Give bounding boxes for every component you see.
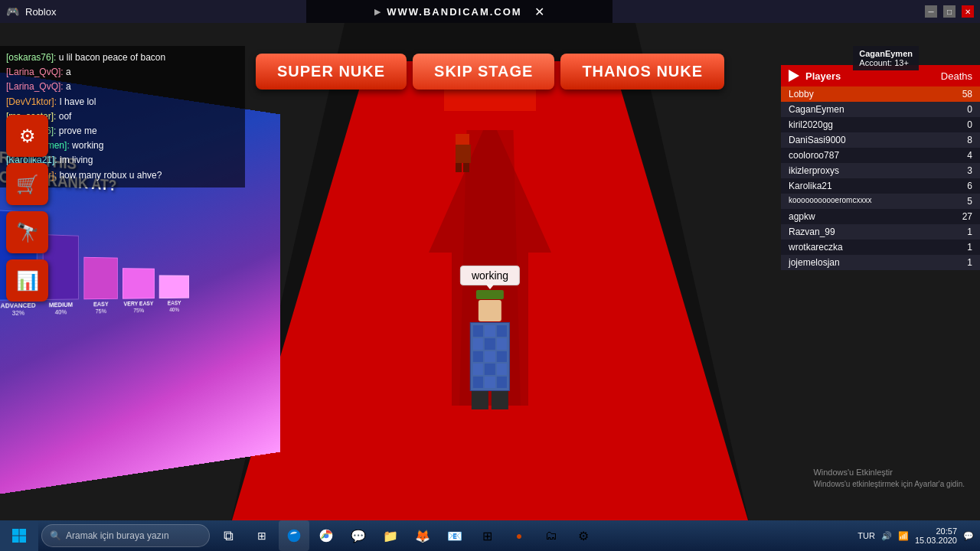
player-character: working — [460, 266, 520, 409]
brick-4 — [473, 338, 483, 350]
player-row-caganeymen: CaganEymen 0 — [781, 102, 980, 117]
binoculars-icon-btn[interactable]: 🔭 — [6, 211, 48, 253]
brick-9 — [497, 351, 507, 363]
taskbar-app-icons: ⊞ 💬 📁 🦊 📧 ⊞ ● 🗂 ⚙ — [247, 520, 599, 551]
caganeymen-header: CaganEymen Account: 13+ — [853, 46, 919, 70]
game-area: OBBY RATE THIS OBBY RANK AT? — [0, 23, 980, 528]
skype-icon[interactable]: 💬 — [343, 520, 374, 551]
player-head — [479, 300, 501, 321]
chart-icon-btn[interactable]: 📊 — [6, 259, 48, 302]
player-row-kooo: kooooooooooeromcxxxx 5 — [781, 194, 980, 209]
lobby-row: Lobby 58 — [781, 86, 980, 102]
rank-bar-easiest-label: EASY — [168, 299, 181, 306]
rank-bar-easy-label: EASY — [93, 301, 109, 308]
player-row-jojemelos: jojemelosjan 1 — [781, 255, 980, 270]
enemy-body — [456, 145, 471, 163]
edge-browser-icon — [286, 528, 302, 543]
start-button[interactable] — [0, 520, 38, 551]
enemy-character — [456, 134, 471, 172]
super-nuke-button[interactable]: SUPER NUKE — [256, 54, 407, 90]
player-row-wrotka: wrotkareczka 1 — [781, 240, 980, 255]
rank-bar-easiest: EASY 40% — [159, 275, 189, 313]
rank-bar-medium-label: MEDIUM — [49, 301, 73, 308]
brick-2 — [485, 325, 495, 337]
svg-rect-11 — [20, 536, 27, 543]
minimize-button[interactable]: ─ — [925, 5, 937, 18]
notification-icon[interactable]: 💬 — [963, 531, 974, 541]
skip-stage-button[interactable]: SKIP STAGE — [413, 54, 554, 90]
window-controls: ─ □ ✕ — [925, 5, 974, 18]
player-row-danisasi: DaniSasi9000 8 — [781, 132, 980, 148]
player-row-karolika: Karolika21 6 — [781, 178, 980, 194]
enemy-leg-right — [463, 163, 469, 172]
folder-icon[interactable]: 📁 — [375, 520, 406, 551]
brick-13 — [473, 377, 483, 388]
svg-rect-10 — [12, 536, 19, 543]
brick-3 — [497, 325, 507, 337]
windows-logo-icon — [11, 528, 27, 543]
files-icon[interactable]: 🗂 — [536, 520, 567, 551]
language-indicator: TUR — [858, 531, 875, 540]
thanos-nuke-button[interactable]: THANOS NUKE — [560, 54, 724, 90]
gmail-icon[interactable]: 📧 — [439, 520, 470, 551]
taskbar-clock[interactable]: 20:57 15.03.2020 — [915, 527, 957, 545]
chrome-icon[interactable] — [311, 520, 341, 551]
rank-bar-advanced-pct: 32% — [12, 309, 24, 317]
brick-11 — [485, 364, 495, 375]
player-speech-text: working — [472, 269, 508, 282]
caganeymen-name: CaganEymen — [859, 49, 913, 58]
taskbar-search[interactable]: 🔍 Aramak için buraya yazın — [41, 524, 210, 547]
apps-icon[interactable]: ⊞ — [472, 520, 502, 551]
brick-15 — [497, 377, 507, 388]
rank-bar-advanced-label: ADVANCED — [1, 302, 36, 309]
play-icon — [789, 70, 799, 82]
rank-bar-easiest-pct: 40% — [169, 306, 179, 313]
cart-icon-btn[interactable]: 🛒 — [6, 163, 48, 205]
close-button[interactable]: ✕ — [962, 5, 974, 18]
windows-activate-watermark: Windows'u Etkinleştir Windows'u etkinleş… — [813, 466, 965, 491]
task-view-button[interactable]: ⧉ — [213, 520, 243, 551]
search-icon: 🔍 — [50, 530, 61, 541]
deaths-label: Deaths — [941, 70, 972, 82]
system-tray: TUR 🔊 📶 20:57 15.03.2020 💬 — [858, 527, 980, 545]
obs-icon[interactable]: ● — [504, 520, 534, 551]
chat-line-2: [Larina_QvQ]: a — [6, 65, 239, 80]
player-panel: Players Deaths Lobby 58 CaganEymen 0 kir… — [781, 65, 980, 270]
player-leg-left — [472, 391, 488, 409]
player-row-razvan: Razvan_99 1 — [781, 224, 980, 240]
clock-time: 20:57 — [915, 527, 957, 536]
brick-12 — [497, 364, 507, 375]
settings-icon-btn[interactable]: ⚙ — [6, 115, 48, 157]
network-icon[interactable]: 📶 — [898, 531, 909, 541]
win-activate-line1: Windows'u Etkinleştir — [813, 466, 965, 479]
bandicam-close-icon[interactable]: ✕ — [534, 5, 544, 19]
players-label: Players — [805, 70, 935, 82]
enemy-head — [456, 134, 469, 145]
rank-bar-easy-pct: 75% — [96, 308, 107, 315]
maximize-button[interactable]: □ — [943, 5, 956, 18]
volume-icon[interactable]: 🔊 — [881, 531, 892, 541]
player-row-cooloroo: cooloroo787 4 — [781, 148, 980, 163]
enemy-legs — [456, 163, 471, 172]
rank-bar-very-easy-label: VERY EASY — [124, 300, 154, 307]
app-title: Roblox — [25, 6, 56, 18]
chrome-browser-icon — [318, 528, 334, 543]
brick-1 — [473, 325, 483, 337]
title-bar: 🎮 Roblox — [6, 5, 56, 18]
bandicam-url: WWW.BANDICAM.COM — [387, 6, 521, 18]
edge-icon[interactable] — [279, 520, 309, 551]
taskview-icon[interactable]: ⊞ — [247, 520, 277, 551]
brick-5 — [485, 338, 495, 350]
taskbar: 🔍 Aramak için buraya yazın ⧉ ⊞ 💬 📁 🦊 📧 ⊞… — [0, 520, 980, 551]
player-row-ikizler: ikizlerproxys 3 — [781, 163, 980, 178]
rank-bar-very-easy-pct: 75% — [133, 307, 144, 314]
lobby-name: Lobby — [789, 89, 814, 99]
firefox-icon[interactable]: 🦊 — [407, 520, 438, 551]
app-icon: 🎮 — [6, 5, 19, 18]
brick-8 — [485, 351, 495, 363]
brick-14 — [485, 377, 495, 388]
search-placeholder: Aramak için buraya yazın — [66, 530, 169, 541]
chat-line-3: [Larina_QvQ]: a — [6, 80, 239, 94]
settings-taskbar-icon[interactable]: ⚙ — [568, 520, 599, 551]
top-buttons: SUPER NUKE SKIP STAGE THANOS NUKE — [253, 54, 727, 90]
